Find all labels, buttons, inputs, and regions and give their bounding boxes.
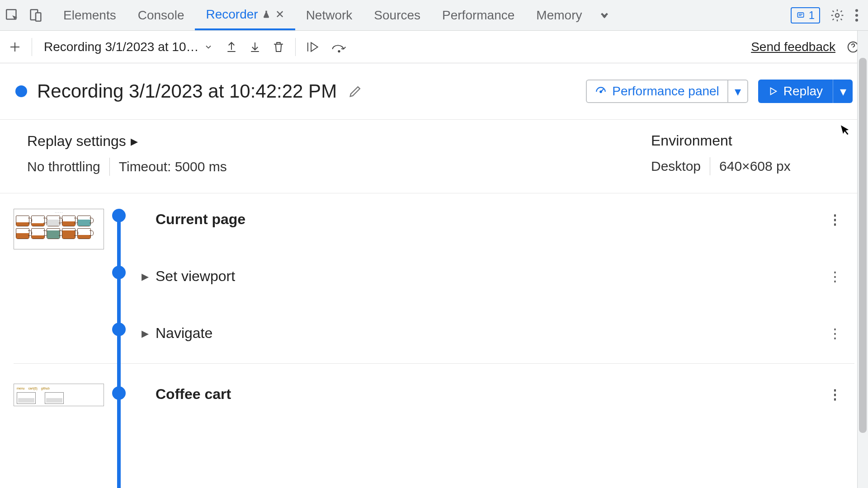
recording-select-label: Recording 3/1/2023 at 10…: [44, 40, 198, 54]
import-icon[interactable]: [225, 40, 238, 54]
step-coffee-cart[interactable]: Coffee cart ⋮: [140, 382, 854, 406]
issues-count: 1: [809, 9, 815, 22]
step-label: Navigate: [156, 325, 212, 342]
recording-select[interactable]: Recording 3/1/2023 at 10…: [42, 37, 215, 57]
devtools-tabbar: Elements Console Recorder ✕ Network Sour…: [0, 0, 868, 31]
tab-console[interactable]: Console: [127, 0, 195, 30]
gear-icon[interactable]: [830, 8, 844, 23]
timeline-track: [117, 214, 121, 488]
step-over-icon[interactable]: [331, 40, 347, 54]
timeout-value: Timeout: 5000 ms: [119, 159, 227, 174]
tab-recorder[interactable]: Recorder ✕: [195, 0, 295, 30]
recorder-toolbar: Recording 3/1/2023 at 10… Send feedback: [0, 31, 868, 63]
send-feedback-link[interactable]: Send feedback: [751, 40, 835, 54]
add-icon[interactable]: [8, 40, 22, 54]
inspect-icon[interactable]: [5, 8, 20, 23]
step-node: [112, 323, 126, 336]
env-dimensions: 640×608 px: [719, 159, 791, 174]
record-dot-icon: [15, 85, 27, 97]
tab-label: Recorder: [206, 7, 258, 22]
env-device: Desktop: [651, 159, 701, 174]
issues-badge[interactable]: 1: [791, 7, 820, 23]
step-set-viewport[interactable]: ▸ Set viewport ⋮: [140, 264, 854, 288]
chevron-right-icon: ▸: [131, 132, 138, 150]
replay-settings-toggle[interactable]: Replay settings ▸: [27, 132, 651, 150]
svg-point-8: [338, 50, 340, 52]
replay-settings: Replay settings ▸ No throttling Timeout:…: [0, 120, 868, 193]
svg-point-7: [855, 19, 858, 21]
tab-label: Console: [138, 8, 184, 23]
tab-performance[interactable]: Performance: [431, 0, 525, 30]
svg-rect-2: [36, 13, 41, 21]
recording-title: Recording 3/1/2023 at 10:42:22 PM: [37, 80, 337, 102]
trash-icon[interactable]: [272, 40, 285, 54]
throttling-value: No throttling: [27, 159, 100, 174]
chevron-right-icon: ▸: [140, 267, 150, 285]
step-current-page[interactable]: Current page ⋮: [140, 207, 854, 231]
tab-label: Memory: [536, 8, 582, 23]
tab-label: Sources: [374, 8, 420, 23]
step-node: [112, 266, 126, 279]
step-group: · · · · ·: [14, 207, 854, 364]
performance-panel-button[interactable]: Performance panel ▾: [586, 80, 748, 103]
chevron-down-icon: [204, 42, 213, 52]
divider: [109, 158, 110, 176]
step-menu-icon[interactable]: ⋮: [828, 386, 841, 402]
pencil-icon[interactable]: [348, 84, 363, 99]
perf-label: Performance panel: [612, 84, 719, 99]
tab-elements[interactable]: Elements: [52, 0, 127, 30]
export-icon[interactable]: [248, 40, 262, 54]
tab-memory[interactable]: Memory: [525, 0, 593, 30]
replay-label: Replay: [783, 84, 823, 99]
tab-label: Network: [306, 8, 353, 23]
step-node: [112, 386, 126, 400]
environment-label: Environment: [651, 132, 732, 149]
device-toggle-icon[interactable]: [28, 8, 43, 23]
step-play-icon[interactable]: [306, 40, 321, 54]
svg-point-5: [855, 9, 858, 12]
recording-header: Recording 3/1/2023 at 10:42:22 PM Perfor…: [0, 63, 868, 120]
step-menu-icon[interactable]: ⋮: [828, 325, 841, 341]
step-label: Current page: [156, 211, 245, 228]
kebab-icon[interactable]: [854, 8, 859, 23]
replay-dropdown[interactable]: ▾: [833, 80, 853, 103]
step-menu-icon[interactable]: ⋮: [828, 268, 841, 284]
perf-dropdown[interactable]: ▾: [727, 80, 747, 102]
svg-point-6: [855, 14, 858, 16]
more-tabs[interactable]: [593, 0, 616, 30]
tab-label: Elements: [63, 8, 116, 23]
steps-list: · · · · ·: [0, 193, 868, 427]
tab-network[interactable]: Network: [295, 0, 363, 30]
step-node: [112, 209, 126, 222]
scroll-thumb[interactable]: [859, 58, 867, 433]
flask-icon: [262, 10, 271, 19]
replay-button[interactable]: Replay ▾: [758, 80, 853, 103]
step-menu-icon[interactable]: ⋮: [828, 211, 841, 227]
step-group: menucart(0)github Coffee cart ⋮: [14, 382, 854, 427]
tab-label: Performance: [442, 8, 514, 23]
step-thumbnail: menucart(0)github: [14, 384, 104, 406]
scrollbar[interactable]: [857, 31, 868, 488]
step-navigate[interactable]: ▸ Navigate ⋮: [140, 321, 854, 345]
svg-point-4: [835, 14, 839, 17]
close-icon[interactable]: ✕: [275, 8, 284, 21]
chevron-right-icon: ▸: [140, 324, 150, 342]
replay-settings-label: Replay settings: [27, 133, 126, 150]
step-label: Set viewport: [156, 268, 235, 285]
step-label: Coffee cart: [156, 386, 231, 403]
tab-sources[interactable]: Sources: [363, 0, 431, 30]
svg-point-10: [600, 91, 602, 92]
step-thumbnail: · · · · ·: [14, 209, 104, 249]
divider: [710, 157, 710, 175]
